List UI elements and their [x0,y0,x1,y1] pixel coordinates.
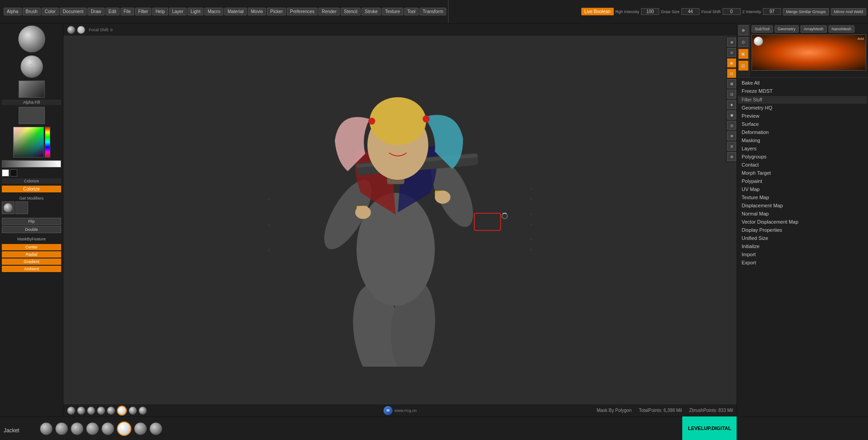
live-boolean-btn[interactable]: Live Boolean [581,8,614,15]
rp-icon-2[interactable]: ⊙ [738,37,748,47]
nav-sphere-5[interactable] [101,422,114,435]
bottom-sphere-6[interactable] [129,407,137,415]
menu-draw[interactable]: Draw [87,8,104,15]
mirror-weld-btn[interactable]: Mirror And Weld [831,8,866,15]
rs-icon-11[interactable]: ⊘ [727,142,736,151]
rp-icon-4[interactable]: ▤ [738,61,748,71]
menu-filter-stuff[interactable]: Filter Stuff [738,96,867,104]
rp-icon-3[interactable]: ▣ [738,49,748,59]
menu-stencil[interactable]: Stencil [341,8,361,15]
menu-deformation[interactable]: Deformation [738,128,867,136]
subtool-preview-canvas[interactable]: Add [752,34,866,71]
canvas-sphere-btn-2[interactable] [77,26,85,34]
menu-polypaint[interactable]: Polypaint [738,177,867,185]
menu-tool[interactable]: Tool [404,8,419,15]
menu-surface[interactable]: Surface [738,120,867,128]
menu-edit[interactable]: Edit [106,8,120,15]
rp-icon-1[interactable]: ⊕ [738,25,748,35]
menu-texture[interactable]: Texture [382,8,403,15]
menu-morph-target[interactable]: Morph Target [738,169,867,177]
hue-slider[interactable] [45,127,50,158]
nav-sphere-1[interactable] [40,422,53,435]
alpha-preview[interactable] [19,107,45,124]
center-btn[interactable]: Center [2,244,61,250]
menu-layers[interactable]: Layers [738,144,867,153]
bottom-sphere-7[interactable] [139,407,147,415]
canvas-sphere-btn-1[interactable] [67,26,75,34]
nanomesh-tab[interactable]: NanoMesh [829,25,855,33]
rs-icon-12[interactable]: ⊚ [727,152,736,161]
rs-icon-3-orange[interactable]: ▣ [727,58,736,67]
rs-icon-4-orange[interactable]: ▤ [727,69,736,78]
menu-texture-map[interactable]: Texture Map [738,193,867,201]
merge-simlar-groups-btn[interactable]: Merge Similar Groups [783,8,829,15]
menu-initialize[interactable]: Initialize [738,242,867,250]
menu-preview[interactable]: Preview [738,112,867,120]
menu-layer[interactable]: Layer [169,8,187,15]
menu-movie[interactable]: Movie [248,8,266,15]
main-canvas[interactable]: 人人素材社区 人人素材社区 人人素材社区 人人素材社区 人人素材社区 人人素材社… [63,36,737,404]
nav-sphere-selected[interactable] [117,421,131,436]
menu-bake-all[interactable]: Bake All [738,79,867,87]
nav-sphere-3[interactable] [71,422,83,435]
menu-file[interactable]: File [121,8,134,15]
menu-render[interactable]: Render [318,8,340,15]
nav-sphere-4[interactable] [86,422,99,435]
menu-preferences[interactable]: Preferences [287,8,318,15]
colorize-btn[interactable]: Colorize [2,186,61,192]
light-intensity-value[interactable]: 100 [641,8,659,15]
nav-sphere-2[interactable] [55,422,68,435]
double-btn[interactable]: Double [2,226,61,233]
rs-icon-6[interactable]: ⊡ [727,90,736,99]
gradient-bar[interactable] [2,160,61,167]
rs-icon-9[interactable]: ◎ [727,121,736,130]
menu-help[interactable]: Help [152,8,168,15]
menu-import[interactable]: Import [738,250,867,258]
menu-filter[interactable]: Filter [135,8,151,15]
menu-export[interactable]: Export [738,258,867,267]
menu-stroke[interactable]: Stroke [362,8,381,15]
subtool-tab[interactable]: SubTool [752,25,773,33]
bottom-sphere-4[interactable] [97,407,105,415]
menu-brush[interactable]: Brush [23,8,41,15]
bottom-sphere-2[interactable] [77,407,85,415]
nav-sphere-6[interactable] [134,422,147,435]
material-preview[interactable] [19,81,45,98]
z-intensity-value[interactable]: 97 [763,8,781,15]
menu-vector-displacement[interactable]: Vector Displacement Map [738,218,867,226]
menu-color[interactable]: Color [42,8,59,15]
material-sphere-main[interactable] [18,25,45,53]
rs-icon-2[interactable]: ⊙ [727,48,736,57]
draw-size-value[interactable]: 44 [681,8,699,15]
modifier-preview-2[interactable] [15,201,28,214]
material-sphere-secondary[interactable]: ······ [20,55,43,78]
swatch-black[interactable] [10,169,17,177]
color-picker[interactable] [13,127,44,158]
menu-polygroups[interactable]: Polygroups [738,153,867,161]
menu-picker[interactable]: Picker [267,8,286,15]
flip-btn[interactable]: Flip [2,218,61,225]
menu-document[interactable]: Document [60,8,87,15]
menu-uv-map[interactable]: UV Map [738,185,867,193]
radial-btn[interactable]: Radial [2,251,61,258]
menu-light[interactable]: Light [188,8,204,15]
menu-display-properties[interactable]: Display Properties [738,226,867,234]
rs-icon-5[interactable]: ⊠ [727,79,736,88]
menu-freeze-mdst[interactable]: Freeze MDST [738,87,867,95]
focal-shift-value[interactable]: 0 [723,8,741,15]
swatch-white[interactable] [2,169,9,177]
rs-icon-8[interactable]: ◉ [727,110,736,120]
menu-normal-map[interactable]: Normal Map [738,210,867,218]
rs-icon-7[interactable]: ◈ [727,100,736,109]
menu-transform[interactable]: Transform [420,8,446,15]
menu-alpha[interactable]: Alpha [4,8,22,15]
bottom-sphere-3[interactable] [87,407,95,415]
menu-unified-size[interactable]: Unified Size [738,234,867,242]
menu-geometry-hq[interactable]: Geometry HQ [738,104,867,112]
rs-icon-10[interactable]: ⊗ [727,131,736,140]
menu-masking[interactable]: Masking [738,136,867,144]
menu-contact[interactable]: Contact [738,161,867,169]
bottom-sphere-selected[interactable] [117,406,127,416]
menu-material[interactable]: Material [224,8,247,15]
geometry-tab[interactable]: Geometry [775,25,799,33]
